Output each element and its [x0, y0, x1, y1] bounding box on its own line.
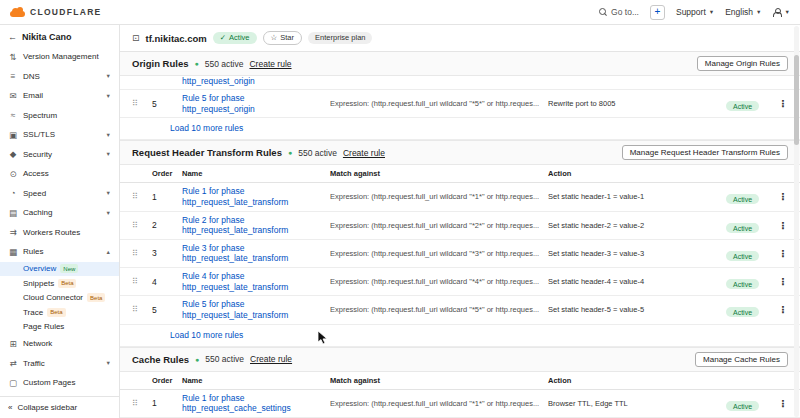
row-menu-button[interactable]: ⋮ — [774, 276, 788, 287]
collapse-sidebar-button[interactable]: « Collapse sidebar — [0, 396, 119, 418]
active-count: 550 active — [205, 59, 244, 69]
create-rule-link[interactable]: Create rule — [250, 354, 292, 364]
lock-icon: ▣ — [8, 130, 18, 140]
rule-name-link[interactable]: Rule 5 for phase http_request_origin — [182, 93, 330, 114]
rule-action: Set static header-2 = value-2 — [548, 221, 726, 230]
rule-status-cell: Active — [726, 188, 774, 206]
support-menu[interactable]: Support ▼ — [676, 7, 714, 17]
sidebar-item-custom-pages[interactable]: ▢ Custom Pages — [0, 373, 119, 393]
sidebar-item-ssl-tls[interactable]: ▣ SSL/TLS ▼ — [0, 125, 119, 145]
logo-text: CLOUDFLARE — [30, 7, 102, 17]
status-badge: Active — [726, 401, 759, 411]
load-more-rules-link[interactable]: Load 10 more rules — [120, 118, 800, 140]
user-icon — [773, 8, 782, 17]
chevron-down-icon: ▼ — [106, 132, 111, 138]
rule-name-link[interactable]: Rule 4 for phase http_request_late_trans… — [182, 271, 330, 292]
column-header-name: Name — [182, 376, 330, 385]
column-header-order: Order — [152, 169, 182, 178]
row-menu-button[interactable]: ⋮ — [774, 191, 788, 202]
sidebar-item-email[interactable]: ✉ Email ▼ — [0, 86, 119, 106]
rule-action: Rewrite port to 8005 — [548, 99, 726, 108]
rule-name-link[interactable]: Rule 5 for phase http_request_late_trans… — [182, 299, 330, 320]
rule-name-line1: Rule 1 for phase — [182, 393, 330, 404]
scrollbar-thumb[interactable] — [794, 55, 799, 145]
sidebar-item-caching[interactable]: ▤ Caching ▼ — [0, 203, 119, 223]
rule-name-link[interactable]: Rule 1 for phase http_request_late_trans… — [182, 186, 330, 207]
sidebar-item-workers-routes[interactable]: ⇉ Workers Routes — [0, 223, 119, 243]
column-header-match: Match against — [330, 376, 548, 385]
sidebar-item-dns[interactable]: ≡ DNS ▼ — [0, 67, 119, 87]
sidebar-item-spectrum[interactable]: ≈ Spectrum — [0, 106, 119, 126]
account-menu[interactable]: ▼ — [773, 8, 790, 17]
sidebar-item-trace[interactable]: Trace Beta — [0, 305, 119, 320]
rule-name-link[interactable]: Rule 2 for phase http_request_late_trans… — [182, 215, 330, 236]
version-management-icon: ⇅ — [8, 52, 18, 62]
sidebar-item-cloud-connector[interactable]: Cloud Connector Beta — [0, 291, 119, 306]
sidebar-item-overview[interactable]: Overview New — [0, 262, 119, 277]
sidebar-item-snippets[interactable]: Snippets Beta — [0, 276, 119, 291]
drag-handle-icon[interactable]: ⠿ — [132, 221, 152, 230]
cloudflare-logo[interactable]: CLOUDFLARE — [10, 7, 102, 17]
add-site-button[interactable]: + — [650, 5, 665, 20]
sidebar-subitem-label: Trace — [23, 308, 43, 317]
custom-pages-icon: ▢ — [8, 378, 18, 388]
row-menu-button[interactable]: ⋮ — [774, 98, 788, 109]
table-header-row: Order Name Match against Action — [120, 372, 800, 390]
rule-action: Set static header-5 = value-5 — [548, 305, 726, 314]
support-label: Support — [676, 7, 706, 17]
rule-name-line2: http_request_late_transform — [182, 197, 330, 208]
sidebar-item-security[interactable]: ◆ Security ▼ — [0, 145, 119, 165]
load-more-rules-link[interactable]: Load 10 more rules — [120, 325, 800, 347]
rule-status-cell: Active — [726, 244, 774, 262]
rule-row: ⠿ 3 Rule 3 for phase http_request_late_t… — [120, 240, 800, 268]
account-header[interactable]: ← Nikita Cano — [0, 25, 119, 47]
drag-handle-icon[interactable]: ⠿ — [132, 249, 152, 258]
active-status-dot-icon: ● — [195, 356, 199, 363]
create-rule-link[interactable]: Create rule — [343, 148, 385, 158]
sidebar-item-label: SSL/TLS — [23, 130, 55, 139]
drag-handle-icon[interactable]: ⠿ — [132, 305, 152, 314]
row-menu-button[interactable]: ⋮ — [774, 304, 788, 315]
language-menu[interactable]: English ▼ — [725, 7, 761, 17]
shield-icon: ◆ — [8, 149, 18, 159]
row-menu-button[interactable]: ⋮ — [774, 220, 788, 231]
sidebar-item-traffic[interactable]: ⇄ Traffic ▼ — [0, 354, 119, 374]
sidebar-item-label: Workers Routes — [23, 228, 80, 237]
rule-name-link[interactable]: Rule 1 for phase http_request_cache_sett… — [182, 393, 330, 414]
manage-origin-rules-button[interactable]: Manage Origin Rules — [697, 56, 788, 71]
row-menu-button[interactable]: ⋮ — [774, 248, 788, 259]
rule-status-cell: Active — [726, 95, 774, 113]
chevron-down-icon: ▼ — [106, 93, 111, 99]
sidebar-item-network[interactable]: ⊞ Network — [0, 334, 119, 354]
rule-name-line2: http_request_late_transform — [182, 253, 330, 264]
sidebar-item-page-rules[interactable]: Page Rules — [0, 320, 119, 335]
chevron-down-icon: ▼ — [106, 360, 111, 366]
rule-name-link[interactable]: Rule 3 for phase http_request_late_trans… — [182, 243, 330, 264]
manage-cache-rules-button[interactable]: Manage Cache Rules — [695, 352, 788, 367]
rule-name-line2: http_request_late_transform — [182, 225, 330, 236]
sidebar: ← Nikita Cano ⇅ Version Management ≡ DNS… — [0, 25, 120, 418]
sidebar-item-version-management[interactable]: ⇅ Version Management — [0, 47, 119, 67]
manage-request-header-transform-rules-button[interactable]: Manage Request Header Transform Rules — [622, 145, 788, 160]
active-count: 550 active — [205, 354, 244, 364]
star-site-button[interactable]: ☆ Star — [263, 31, 303, 46]
dns-icon: ≡ — [8, 71, 18, 81]
status-badge: Active — [726, 307, 759, 317]
row-menu-button[interactable]: ⋮ — [774, 398, 788, 409]
website-icon: ⊡ — [132, 33, 140, 43]
drag-handle-icon[interactable]: ⠿ — [132, 192, 152, 201]
site-status-badge: ✓ Active — [213, 32, 257, 45]
drag-handle-icon[interactable]: ⠿ — [132, 99, 152, 108]
sidebar-item-access[interactable]: ⊙ Access — [0, 164, 119, 184]
global-search[interactable]: Go to... — [599, 7, 639, 17]
drag-handle-icon[interactable]: ⠿ — [132, 277, 152, 286]
sidebar-item-label: DNS — [23, 72, 40, 81]
sidebar-item-rules[interactable]: ▦ Rules ▲ — [0, 242, 119, 262]
sidebar-item-speed[interactable]: ◔ Speed ▼ — [0, 184, 119, 204]
rule-name-line2: http_request_late_transform — [182, 282, 330, 293]
rule-name-link[interactable]: http_request_origin — [182, 76, 330, 87]
workers-routes-icon: ⇉ — [8, 227, 18, 237]
active-count: 550 active — [298, 148, 337, 158]
create-rule-link[interactable]: Create rule — [249, 59, 291, 69]
drag-handle-icon[interactable]: ⠿ — [132, 399, 152, 408]
